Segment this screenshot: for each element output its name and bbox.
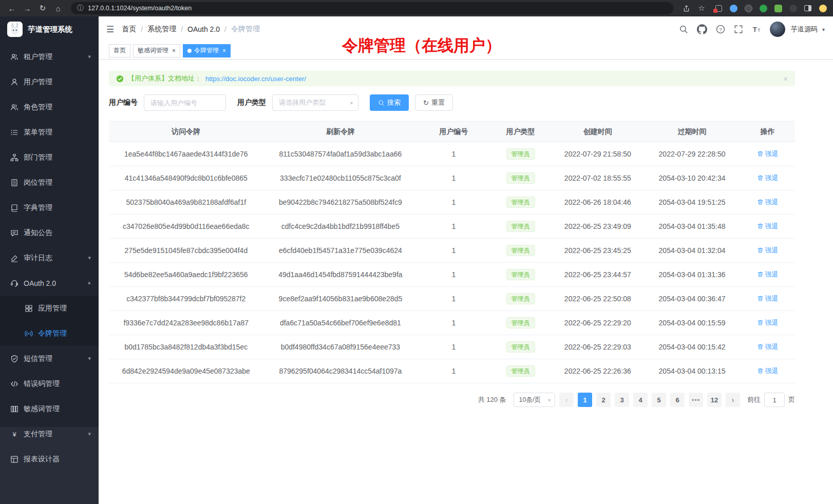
access-token-cell: 6d842e2924594de9a09e45e087323abe (109, 359, 263, 383)
extension-badged-icon[interactable] (713, 3, 724, 13)
extension-dark2-icon[interactable] (788, 3, 798, 13)
breadcrumb-item[interactable]: 系统管理 / (147, 25, 183, 34)
sidebar-item-error-code[interactable]: 错误码管理 ▾ (0, 371, 99, 396)
sidebar-item-post-manage[interactable]: 岗位管理 ▾ (0, 170, 99, 195)
sidebar-item-user-manage[interactable]: 用户管理 ▾ (0, 69, 99, 94)
sidebar-item-sms-manage[interactable]: 短信管理 ▾ (0, 346, 99, 371)
view-tab[interactable]: 首页 × (109, 44, 130, 57)
refresh-token-cell: 9ce8ef2aa9f14056b831ae9b608e28d5 (263, 287, 418, 311)
select-caret-icon: ▾ (350, 100, 353, 106)
github-icon[interactable] (697, 24, 707, 34)
force-logout-button[interactable]: 强退 (757, 342, 779, 352)
force-logout-button[interactable]: 强退 (757, 270, 779, 279)
next-page-button[interactable]: › (726, 393, 740, 407)
page-button[interactable]: 3 (615, 393, 629, 407)
reset-button[interactable]: ↻ 重置 (415, 94, 453, 111)
force-logout-button[interactable]: 强退 (757, 149, 779, 159)
forward-icon[interactable]: → (21, 2, 34, 15)
collapse-menu-icon[interactable]: ☰ (99, 24, 122, 35)
sidebar-item-pay-manage[interactable]: 支付管理 ▾ (0, 421, 99, 447)
reload-icon[interactable]: ↻ (36, 2, 49, 15)
sidebar-item-tenant-manage[interactable]: 租户管理 ▾ (0, 44, 99, 69)
force-logout-button[interactable]: 强退 (757, 222, 779, 231)
search-button[interactable]: 搜索 (370, 94, 409, 111)
page-button[interactable]: 4 (633, 393, 648, 407)
view-tab[interactable]: 令牌管理 × (183, 44, 231, 57)
sidebar-item-token-manage[interactable]: 令牌管理 ▾ (0, 321, 99, 346)
home-icon[interactable]: ⌂ (51, 2, 65, 15)
side-panel-icon[interactable] (803, 3, 813, 13)
sidebar-item-sensitive-word[interactable]: 敏感词管理 ▾ (0, 396, 99, 421)
browser-profile-avatar[interactable] (818, 3, 828, 13)
page-button[interactable]: 6 (670, 393, 685, 407)
user-type-select[interactable]: 请选择用户类型 ▾ (272, 94, 358, 111)
extension-green-icon[interactable] (758, 3, 768, 13)
extension-dark-icon[interactable] (743, 3, 753, 13)
user-type-cell: 管理员 (489, 190, 551, 215)
force-logout-button[interactable]: 强退 (757, 294, 779, 303)
action-cell: 强退 (740, 166, 795, 190)
sidebar-item-label: 通知公告 (24, 228, 52, 238)
header-tools: 芋道源码 ▾ (679, 22, 833, 37)
page-button[interactable]: 1 (578, 393, 592, 407)
force-logout-button[interactable]: 强退 (757, 318, 779, 327)
page-button[interactable]: 5 (652, 393, 666, 407)
font-size-icon[interactable] (752, 25, 761, 34)
sidebar-item-app-manage[interactable]: 应用管理 ▾ (0, 296, 99, 321)
extension-blue-icon[interactable] (728, 3, 739, 13)
force-logout-button[interactable]: 强退 (757, 366, 779, 376)
user-id-cell: 1 (418, 166, 489, 190)
user-type-badge: 管理员 (506, 293, 535, 304)
goto-page-input[interactable] (764, 393, 785, 407)
breadcrumb-item[interactable]: 首页 / (122, 25, 143, 34)
created-time-cell: 2022-06-25 23:45:25 (552, 239, 644, 263)
prev-page-button[interactable]: ‹ (559, 393, 574, 407)
user-id-cell: 1 (418, 239, 489, 263)
help-icon[interactable] (716, 25, 725, 34)
bookmark-star-icon[interactable]: ☆ (695, 2, 708, 15)
force-logout-button[interactable]: 强退 (757, 173, 779, 183)
user-id-input[interactable] (144, 94, 226, 111)
table-row: c347026e805e4d99b0d116eae66eda8c cdfc4ce… (109, 215, 795, 239)
sidebar-item-oauth2[interactable]: OAuth 2.0 ▾ (0, 270, 99, 296)
back-icon[interactable]: ← (5, 2, 18, 15)
user-avatar[interactable] (770, 22, 785, 37)
app-logo[interactable]: 芋道管理系统 (0, 16, 99, 42)
view-tab[interactable]: 敏感词管理 × (133, 44, 180, 57)
sidebar-item-menu-manage[interactable]: 菜单管理 ▾ (0, 120, 99, 145)
table-row: 275e5de9151045fe87cbdc395e004f4d e6cfd40… (109, 239, 795, 263)
close-icon[interactable]: × (222, 47, 226, 54)
sidebar-item-report-designer[interactable]: 报表设计器 ▾ (0, 447, 99, 472)
page-button[interactable]: 12 (707, 393, 722, 407)
search-icon[interactable] (679, 25, 688, 34)
sidebar-item-dept-manage[interactable]: 部门管理 ▾ (0, 145, 99, 170)
breadcrumb-item[interactable]: 令牌管理 / (231, 25, 260, 34)
created-time-cell: 2022-06-26 18:04:46 (552, 190, 644, 215)
sidebar-item-notice[interactable]: 通知公告 ▾ (0, 220, 99, 245)
column-header: 访问令牌 (109, 122, 263, 142)
sidebar-item-dict-manage[interactable]: 字典管理 ▾ (0, 195, 99, 220)
sidebar-item-role-manage[interactable]: 角色管理 ▾ (0, 94, 99, 120)
page-size-select[interactable]: 10条/页 ▾ (514, 393, 555, 407)
refresh-token-cell: 8796295f04064c2983414cc54af1097a (263, 359, 418, 383)
close-icon[interactable]: × (172, 47, 176, 54)
user-menu-caret-icon[interactable]: ▾ (822, 27, 825, 32)
site-info-icon[interactable]: ⓘ (77, 4, 84, 13)
pay-icon (10, 430, 18, 438)
extension-puzzle-icon[interactable] (773, 3, 783, 13)
fullscreen-icon[interactable] (734, 25, 743, 34)
share-icon[interactable] (679, 2, 693, 15)
address-bar[interactable]: ⓘ 127.0.0.1:1024/system/oauth2/token (71, 2, 673, 14)
page-button[interactable]: 2 (596, 393, 611, 407)
page-button[interactable]: ••• (689, 393, 703, 407)
alert-close-icon[interactable]: × (783, 74, 788, 83)
user-name[interactable]: 芋道源码 (791, 25, 818, 34)
breadcrumb-label: 系统管理 (147, 25, 176, 34)
force-logout-button[interactable]: 强退 (757, 246, 779, 255)
sidebar-item-audit-log[interactable]: 审计日志 ▾ (0, 245, 99, 270)
force-logout-button[interactable]: 强退 (757, 198, 779, 207)
expire-time-cell: 2054-03-04 00:13:15 (644, 359, 740, 383)
breadcrumb-item[interactable]: OAuth 2.0 / (187, 25, 226, 33)
logo-image (7, 22, 23, 37)
doc-link[interactable]: https://doc.iocoder.cn/user-center/ (205, 75, 306, 83)
